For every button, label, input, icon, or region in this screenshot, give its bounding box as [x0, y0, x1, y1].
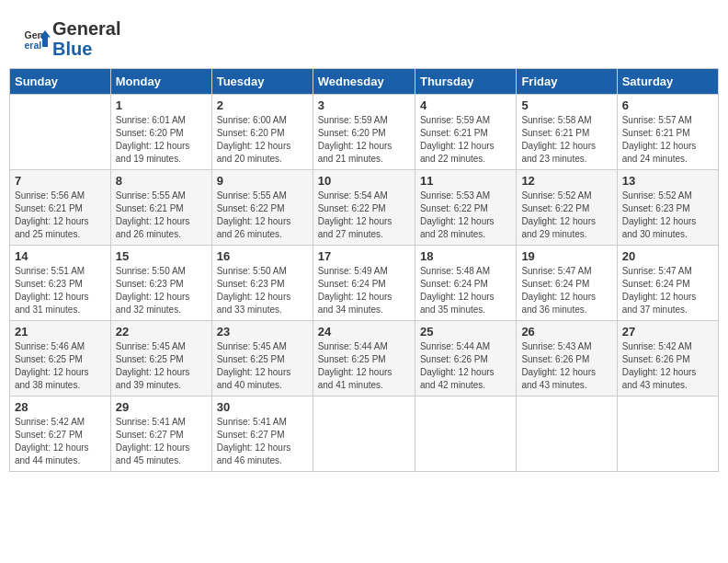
- day-number: 19: [521, 249, 611, 263]
- calendar-cell: 12Sunrise: 5:52 AMSunset: 6:22 PMDayligh…: [517, 170, 617, 246]
- day-number: 1: [116, 98, 207, 112]
- calendar-week-3: 14Sunrise: 5:51 AMSunset: 6:23 PMDayligh…: [10, 246, 719, 321]
- day-number: 11: [420, 174, 511, 188]
- day-info: Sunrise: 5:50 AMSunset: 6:23 PMDaylight:…: [116, 265, 207, 316]
- day-info: Sunrise: 5:43 AMSunset: 6:26 PMDaylight:…: [521, 340, 611, 392]
- calendar-cell: 23Sunrise: 5:45 AMSunset: 6:25 PMDayligh…: [211, 321, 313, 396]
- day-number: 15: [116, 249, 207, 263]
- day-info: Sunrise: 5:59 AMSunset: 6:20 PMDaylight:…: [318, 114, 410, 166]
- day-info: Sunrise: 5:53 AMSunset: 6:22 PMDaylight:…: [420, 190, 511, 241]
- calendar-header-row: SundayMondayTuesdayWednesdayThursdayFrid…: [10, 69, 719, 95]
- day-number: 2: [217, 98, 308, 112]
- day-info: Sunrise: 5:42 AMSunset: 6:27 PMDaylight:…: [15, 416, 106, 467]
- calendar-cell: 17Sunrise: 5:49 AMSunset: 6:24 PMDayligh…: [313, 246, 415, 321]
- day-number: 24: [318, 325, 410, 339]
- day-number: 13: [622, 174, 713, 188]
- svg-text:eral: eral: [25, 40, 42, 51]
- logo: Gen eral General Blue: [23, 18, 120, 59]
- day-number: 20: [622, 249, 713, 263]
- day-number: 26: [521, 325, 611, 339]
- calendar-week-1: 1Sunrise: 6:01 AMSunset: 6:20 PMDaylight…: [10, 95, 719, 170]
- day-number: 12: [521, 174, 611, 188]
- calendar-cell: 20Sunrise: 5:47 AMSunset: 6:24 PMDayligh…: [617, 246, 718, 321]
- calendar-cell: 10Sunrise: 5:54 AMSunset: 6:22 PMDayligh…: [313, 170, 415, 246]
- day-info: Sunrise: 5:50 AMSunset: 6:23 PMDaylight:…: [217, 265, 308, 316]
- day-info: Sunrise: 5:56 AMSunset: 6:21 PMDaylight:…: [15, 190, 106, 241]
- calendar-cell: 5Sunrise: 5:58 AMSunset: 6:21 PMDaylight…: [517, 95, 617, 170]
- day-number: 5: [521, 98, 611, 112]
- calendar-cell: 24Sunrise: 5:44 AMSunset: 6:25 PMDayligh…: [313, 321, 415, 396]
- day-number: 23: [217, 325, 308, 339]
- calendar-cell: 16Sunrise: 5:50 AMSunset: 6:23 PMDayligh…: [211, 246, 313, 321]
- calendar-cell: 13Sunrise: 5:52 AMSunset: 6:23 PMDayligh…: [617, 170, 718, 246]
- day-info: Sunrise: 5:44 AMSunset: 6:25 PMDaylight:…: [318, 340, 410, 392]
- calendar-cell: [617, 396, 718, 472]
- day-info: Sunrise: 5:52 AMSunset: 6:22 PMDaylight:…: [521, 190, 611, 241]
- day-info: Sunrise: 5:47 AMSunset: 6:24 PMDaylight:…: [521, 265, 611, 316]
- calendar-body: 1Sunrise: 6:01 AMSunset: 6:20 PMDaylight…: [10, 95, 719, 472]
- calendar-cell: 9Sunrise: 5:55 AMSunset: 6:22 PMDaylight…: [211, 170, 313, 246]
- day-info: Sunrise: 5:44 AMSunset: 6:26 PMDaylight:…: [420, 340, 511, 392]
- day-info: Sunrise: 6:00 AMSunset: 6:20 PMDaylight:…: [217, 114, 308, 166]
- weekday-header-saturday: Saturday: [617, 69, 718, 95]
- calendar-week-4: 21Sunrise: 5:46 AMSunset: 6:25 PMDayligh…: [10, 321, 719, 396]
- day-number: 22: [116, 325, 207, 339]
- day-info: Sunrise: 5:59 AMSunset: 6:21 PMDaylight:…: [420, 114, 511, 166]
- calendar-cell: [517, 396, 617, 472]
- calendar-cell: 11Sunrise: 5:53 AMSunset: 6:22 PMDayligh…: [415, 170, 516, 246]
- calendar-cell: 22Sunrise: 5:45 AMSunset: 6:25 PMDayligh…: [110, 321, 211, 396]
- day-number: 3: [318, 98, 410, 112]
- day-info: Sunrise: 5:45 AMSunset: 6:25 PMDaylight:…: [217, 340, 308, 392]
- weekday-header-tuesday: Tuesday: [211, 69, 313, 95]
- logo-text-general: General: [52, 18, 120, 39]
- day-info: Sunrise: 5:41 AMSunset: 6:27 PMDaylight:…: [217, 416, 308, 467]
- calendar-cell: 3Sunrise: 5:59 AMSunset: 6:20 PMDaylight…: [313, 95, 415, 170]
- logo-text-blue: Blue: [52, 39, 120, 59]
- calendar-cell: 6Sunrise: 5:57 AMSunset: 6:21 PMDaylight…: [617, 95, 718, 170]
- calendar-cell: 21Sunrise: 5:46 AMSunset: 6:25 PMDayligh…: [10, 321, 111, 396]
- calendar-cell: 1Sunrise: 6:01 AMSunset: 6:20 PMDaylight…: [110, 95, 211, 170]
- calendar-cell: 19Sunrise: 5:47 AMSunset: 6:24 PMDayligh…: [517, 246, 617, 321]
- calendar-cell: 27Sunrise: 5:42 AMSunset: 6:26 PMDayligh…: [617, 321, 718, 396]
- day-info: Sunrise: 5:45 AMSunset: 6:25 PMDaylight:…: [116, 340, 207, 392]
- page-header: Gen eral General Blue: [9, 9, 719, 63]
- calendar-cell: [415, 396, 516, 472]
- day-number: 16: [217, 249, 308, 263]
- calendar-cell: 26Sunrise: 5:43 AMSunset: 6:26 PMDayligh…: [517, 321, 617, 396]
- day-number: 30: [217, 400, 308, 414]
- day-number: 14: [15, 249, 106, 263]
- day-info: Sunrise: 5:55 AMSunset: 6:22 PMDaylight:…: [217, 190, 308, 241]
- day-number: 9: [217, 174, 308, 188]
- day-number: 7: [15, 174, 106, 188]
- day-info: Sunrise: 5:51 AMSunset: 6:23 PMDaylight:…: [15, 265, 106, 316]
- day-number: 4: [420, 98, 511, 112]
- day-info: Sunrise: 6:01 AMSunset: 6:20 PMDaylight:…: [116, 114, 207, 166]
- day-info: Sunrise: 5:46 AMSunset: 6:25 PMDaylight:…: [15, 340, 106, 392]
- calendar-cell: 8Sunrise: 5:55 AMSunset: 6:21 PMDaylight…: [110, 170, 211, 246]
- calendar-cell: 14Sunrise: 5:51 AMSunset: 6:23 PMDayligh…: [10, 246, 111, 321]
- day-number: 27: [622, 325, 713, 339]
- day-info: Sunrise: 5:58 AMSunset: 6:21 PMDaylight:…: [521, 114, 611, 166]
- day-info: Sunrise: 5:41 AMSunset: 6:27 PMDaylight:…: [116, 416, 207, 467]
- day-number: 17: [318, 249, 410, 263]
- calendar-cell: 18Sunrise: 5:48 AMSunset: 6:24 PMDayligh…: [415, 246, 516, 321]
- weekday-header-sunday: Sunday: [10, 69, 111, 95]
- day-info: Sunrise: 5:57 AMSunset: 6:21 PMDaylight:…: [622, 114, 713, 166]
- calendar-cell: 4Sunrise: 5:59 AMSunset: 6:21 PMDaylight…: [415, 95, 516, 170]
- calendar-cell: [313, 396, 415, 472]
- day-number: 28: [15, 400, 106, 414]
- calendar-cell: [10, 95, 111, 170]
- weekday-header-friday: Friday: [517, 69, 617, 95]
- calendar-cell: 15Sunrise: 5:50 AMSunset: 6:23 PMDayligh…: [110, 246, 211, 321]
- day-info: Sunrise: 5:49 AMSunset: 6:24 PMDaylight:…: [318, 265, 410, 316]
- day-number: 8: [116, 174, 207, 188]
- weekday-header-wednesday: Wednesday: [313, 69, 415, 95]
- day-info: Sunrise: 5:42 AMSunset: 6:26 PMDaylight:…: [622, 340, 713, 392]
- day-info: Sunrise: 5:55 AMSunset: 6:21 PMDaylight:…: [116, 190, 207, 241]
- day-info: Sunrise: 5:48 AMSunset: 6:24 PMDaylight:…: [420, 265, 511, 316]
- calendar-table: SundayMondayTuesdayWednesdayThursdayFrid…: [9, 68, 719, 472]
- day-number: 10: [318, 174, 410, 188]
- logo-icon: Gen eral: [23, 25, 51, 52]
- day-number: 18: [420, 249, 511, 263]
- day-number: 25: [420, 325, 511, 339]
